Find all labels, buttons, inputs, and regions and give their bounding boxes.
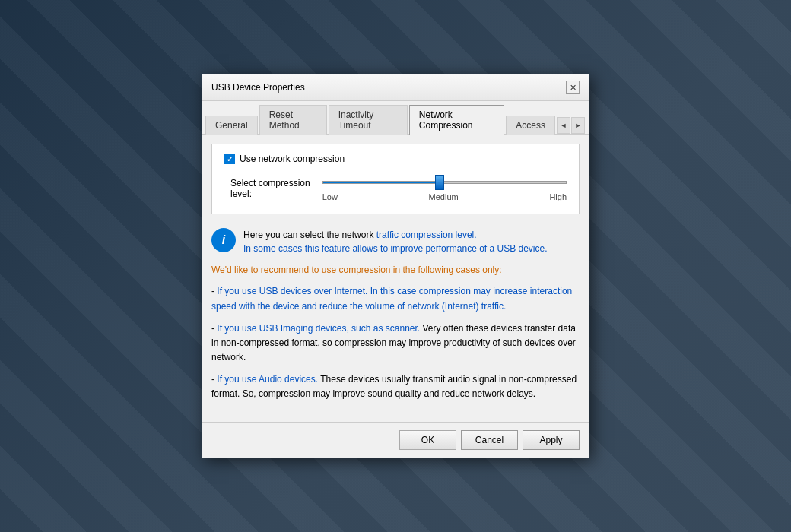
recommend-text: We'd like to recommend to use compressio… — [211, 263, 580, 277]
tab-general[interactable]: General — [205, 116, 258, 135]
use-compression-label: Use network compression — [240, 154, 345, 164]
info-row: i Here you can select the network traffi… — [211, 228, 580, 255]
slider-thumb[interactable] — [435, 175, 444, 190]
slider-label: Select compressionlevel: — [230, 178, 310, 199]
case-3-highlight: If you use Audio devices. — [217, 374, 318, 385]
dialog-footer: OK Cancel Apply — [202, 422, 589, 458]
tab-navigation: ◄ ► — [557, 117, 586, 134]
close-button[interactable]: ✕ — [566, 81, 580, 94]
compression-box: Use network compression Select compressi… — [211, 144, 580, 214]
use-compression-checkbox[interactable] — [224, 154, 235, 164]
dialog-title: USB Device Properties — [211, 82, 305, 93]
slider-filled — [323, 182, 445, 183]
apply-button[interactable]: Apply — [523, 430, 580, 450]
case-1-highlight: If you use USB devices over Internet. In… — [211, 286, 572, 311]
tab-prev-button[interactable]: ◄ — [557, 117, 570, 134]
case-1: - If you use USB devices over Internet. … — [211, 284, 580, 313]
case-2-highlight: If you use USB Imaging devices, such as … — [217, 323, 420, 334]
info-line2: In some cases this feature allows to imp… — [243, 243, 548, 254]
slider-label-text: Select compressionlevel: — [230, 178, 310, 199]
tab-inactivity-timeout[interactable]: Inactivity Timeout — [329, 105, 408, 135]
dialog-body: Use network compression Select compressi… — [202, 135, 589, 421]
case-2: - If you use USB Imaging devices, such a… — [211, 321, 580, 366]
slider-label-high: High — [549, 192, 567, 201]
dialog-window: USB Device Properties ✕ General Reset Me… — [202, 74, 589, 458]
tab-access[interactable]: Access — [506, 116, 555, 135]
info-section: i Here you can select the network traffi… — [211, 225, 580, 412]
info-icon: i — [211, 228, 236, 252]
slider-track-wrapper — [322, 175, 567, 190]
tab-next-button[interactable]: ► — [571, 117, 585, 134]
cancel-button[interactable]: Cancel — [461, 430, 518, 450]
ok-button[interactable]: OK — [399, 430, 456, 450]
slider-track — [322, 181, 567, 184]
tab-network-compression[interactable]: Network Compression — [409, 105, 505, 135]
slider-labels: Low Medium High — [322, 192, 567, 201]
slider-section: Select compressionlevel: Low Medium High — [224, 175, 567, 201]
info-text: Here you can select the network traffic … — [243, 228, 548, 255]
title-bar: USB Device Properties ✕ — [202, 74, 589, 101]
use-compression-row: Use network compression — [224, 154, 567, 164]
info-line1: Here you can select the network traffic … — [243, 230, 477, 240]
case-3: - If you use Audio devices. These device… — [211, 372, 580, 401]
slider-label-medium: Medium — [429, 192, 459, 201]
tabs-bar: General Reset Method Inactivity Timeout … — [202, 101, 589, 135]
slider-container: Low Medium High — [322, 175, 567, 201]
tab-reset-method[interactable]: Reset Method — [259, 105, 327, 135]
slider-label-low: Low — [322, 192, 338, 201]
